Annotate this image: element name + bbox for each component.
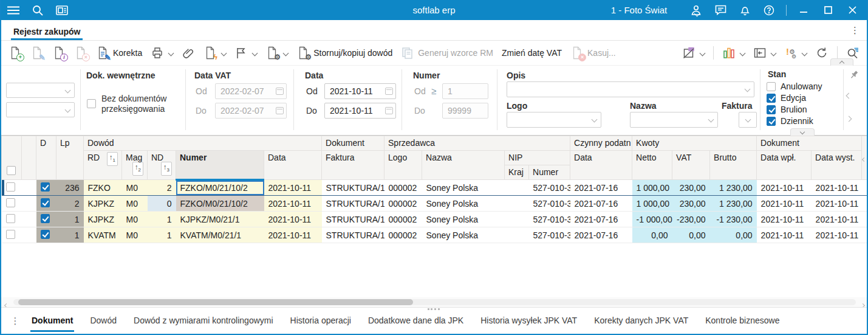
cell-netto[interactable]: -1 000,00 xyxy=(632,212,672,227)
opis-combo[interactable] xyxy=(507,81,754,97)
tabbar-menu-icon[interactable]: ⋮ xyxy=(7,317,23,324)
cell-brutto[interactable]: 1 230,00 xyxy=(710,180,757,196)
print-chevron-down-icon[interactable] xyxy=(168,50,174,56)
tabstrip-more-icon[interactable]: ⋮ xyxy=(850,25,859,36)
dziennik-checkbox[interactable] xyxy=(767,117,776,126)
tab-dodatkowe-dane-jpk[interactable]: Dodatkowe dane dla JPK xyxy=(360,308,472,333)
cell-vat[interactable]: 0,00 xyxy=(672,227,710,243)
cell-lp[interactable]: 1 xyxy=(56,227,84,243)
cell-data-wyst[interactable]: 2021-10-11 xyxy=(812,196,862,212)
calendar-icon[interactable] xyxy=(276,107,284,114)
cell-d[interactable] xyxy=(36,196,56,212)
calendar-icon[interactable] xyxy=(276,88,284,95)
export-template-button[interactable] xyxy=(678,44,708,62)
table-row[interactable]: 236 FZKO M0 2 FZKO/M0/21/10/2 2021-10-11… xyxy=(2,180,867,196)
tab-rejestr-zakupow[interactable]: Rejestr zakupów xyxy=(11,22,83,40)
print-button[interactable] xyxy=(147,44,177,62)
calendar-icon[interactable] xyxy=(385,107,393,114)
registers-icon[interactable] xyxy=(50,0,74,20)
generuj-wzorce-button[interactable]: Generuj wzorce RM xyxy=(397,44,497,62)
calendar-icon[interactable] xyxy=(385,88,393,95)
cell-kraj[interactable] xyxy=(505,227,529,243)
cell-rd[interactable]: KVATM xyxy=(84,227,122,243)
col-header-data-wyst[interactable]: Data wyst. xyxy=(812,151,862,180)
cell-nd[interactable]: 1 xyxy=(148,227,176,243)
quick-document-button[interactable]: ϟ xyxy=(200,44,230,62)
d-checkbox[interactable] xyxy=(41,214,50,223)
cell-d[interactable] xyxy=(36,180,56,196)
tab-historia-wysylek-jpk[interactable]: Historia wysyłek JPK VAT xyxy=(472,308,586,333)
cell-nazwa[interactable]: Soney Polska xyxy=(422,180,505,196)
cell-data-wyst[interactable]: 2021-10-11 xyxy=(812,227,862,243)
row-select-cell[interactable] xyxy=(2,212,22,227)
cell-data[interactable]: 2021-10-11 xyxy=(264,212,322,227)
cell-kraj[interactable] xyxy=(505,196,529,212)
cell-faktura[interactable]: STRUKTURA/1 xyxy=(322,212,384,227)
col-header-nd[interactable]: ND↑3 xyxy=(148,151,176,180)
cell-data-wpl[interactable]: 2021-10-11 xyxy=(757,212,812,227)
col-header-nazwa[interactable]: Nazwa xyxy=(422,151,505,180)
tab-kontrole-biznesowe[interactable]: Kontrole biznesowe xyxy=(697,308,788,333)
cell-czynny-data[interactable]: 2021-07-16 xyxy=(570,196,632,212)
col-header-mag[interactable]: Mag↑2 xyxy=(122,151,148,180)
messages-icon[interactable] xyxy=(708,0,733,20)
col-header-logo[interactable]: Logo xyxy=(384,151,422,180)
cell-data-wpl[interactable]: 2021-10-11 xyxy=(757,196,812,212)
col-header-czynny-data[interactable]: Data xyxy=(570,151,632,180)
cell-numer[interactable]: KJPKZ/M0/21/1 xyxy=(176,212,264,227)
cell-lp[interactable]: 2 xyxy=(56,196,84,212)
stan-option-brulion[interactable]: Brulion xyxy=(767,105,807,114)
cell-czynny-data[interactable]: 2021-07-16 xyxy=(570,227,632,243)
edycja-checkbox[interactable] xyxy=(767,94,776,103)
cell-nip[interactable]: 527-010-34-68 xyxy=(529,212,570,227)
register-combo-1[interactable] xyxy=(6,83,75,98)
cell-nip[interactable]: 527-010-34-68 xyxy=(529,196,570,212)
cell-nazwa[interactable]: Soney Polska xyxy=(422,212,505,227)
tab-dowod[interactable]: Dowód xyxy=(81,308,125,333)
cell-nip[interactable]: 527-010-34-68 xyxy=(529,227,570,243)
cell-kraj[interactable] xyxy=(505,180,529,196)
cell-mag[interactable]: M0 xyxy=(122,196,148,212)
kasuj-button[interactable]: × Kasuj... xyxy=(567,44,620,62)
filter-collapse-tab[interactable] xyxy=(790,128,815,136)
stan-option-dziennik[interactable]: Dziennik xyxy=(767,116,813,126)
side-panel-chevron-down-icon[interactable] xyxy=(771,50,777,56)
cell-rd[interactable]: FZKO xyxy=(84,180,122,196)
stan-option-anulowany[interactable]: Anulowany xyxy=(767,81,822,91)
col-header-vat[interactable]: VAT xyxy=(672,151,710,180)
alerts-settings-chevron-down-icon[interactable] xyxy=(802,50,808,56)
col-header-netto[interactable]: Netto xyxy=(632,151,672,180)
brulion-checkbox[interactable] xyxy=(767,105,776,114)
col-header-data-wpl[interactable]: Data wpł. xyxy=(757,151,812,180)
row-select-cell[interactable] xyxy=(2,196,22,212)
analysis-chart-button[interactable] xyxy=(719,44,748,62)
add-document-button[interactable]: + xyxy=(5,44,26,62)
cell-data[interactable]: 2021-10-11 xyxy=(264,196,322,212)
row-checkbox[interactable] xyxy=(6,198,15,207)
cell-nd[interactable]: 2 xyxy=(148,180,176,196)
col-header-numer[interactable]: Numer xyxy=(176,151,264,180)
cell-brutto[interactable]: 1 230,00 xyxy=(710,196,757,212)
hamburger-menu-icon[interactable] xyxy=(1,0,26,20)
row-select-cell[interactable] xyxy=(2,180,22,196)
cell-vat[interactable]: 230,00 xyxy=(672,196,710,212)
side-panel-button[interactable] xyxy=(750,44,779,62)
select-all-header[interactable] xyxy=(2,136,22,180)
cell-numer[interactable]: FZKO/M0/21/10/2 xyxy=(176,180,264,196)
delete-document-button[interactable]: × xyxy=(70,44,91,62)
table-row[interactable]: 2 KJPKZ M0 0 FZKO/M0/21/10/2 2021-10-11 … xyxy=(2,196,867,212)
document-info-button[interactable]: i xyxy=(49,44,69,62)
col-header-nip[interactable]: NIP xyxy=(505,151,570,165)
col-header-brutto[interactable]: Brutto xyxy=(710,151,757,180)
notifications-bell-icon[interactable] xyxy=(733,0,757,20)
table-row[interactable]: 1 KJPKZ M0 1 KJPKZ/M0/21/1 2021-10-11 ST… xyxy=(2,212,867,227)
cell-kraj[interactable] xyxy=(505,212,529,227)
bez-dokumentow-checkbox[interactable] xyxy=(87,99,96,108)
cell-d[interactable] xyxy=(36,227,56,243)
d-checkbox[interactable] xyxy=(41,230,50,239)
cell-faktura[interactable]: STRUKTURA/1 xyxy=(322,196,384,212)
stornuj-kopiuj-button[interactable]: ⚙ Stornuj/kopiuj dowód xyxy=(293,44,396,62)
row-checkbox[interactable] xyxy=(6,182,15,192)
analysis-chart-chevron-down-icon[interactable] xyxy=(740,50,746,56)
cell-czynny-data[interactable]: 2021-07-16 xyxy=(570,212,632,227)
